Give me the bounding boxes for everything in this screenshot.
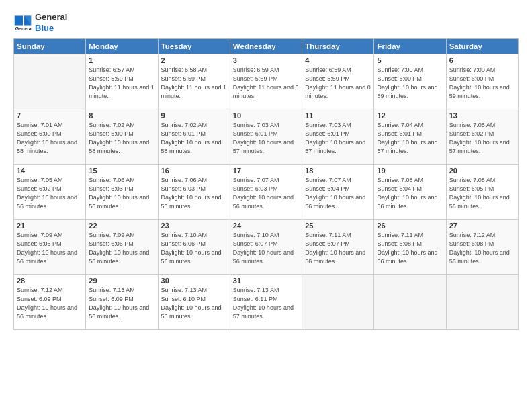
week-row-1: 1 Sunrise: 6:57 AM Sunset: 5:59 PM Dayli… bbox=[14, 54, 519, 109]
svg-text:Blue: Blue bbox=[15, 30, 26, 32]
day-info: Sunrise: 7:02 AM Sunset: 6:01 PM Dayligh… bbox=[161, 121, 227, 156]
day-cell: 23 Sunrise: 7:10 AM Sunset: 6:06 PM Dayl… bbox=[158, 220, 230, 275]
day-info: Sunrise: 7:03 AM Sunset: 6:01 PM Dayligh… bbox=[233, 121, 299, 156]
day-cell: 16 Sunrise: 7:06 AM Sunset: 6:03 PM Dayl… bbox=[158, 165, 230, 220]
day-cell: 2 Sunrise: 6:58 AM Sunset: 5:59 PM Dayli… bbox=[158, 54, 230, 109]
day-cell: 20 Sunrise: 7:08 AM Sunset: 6:05 PM Dayl… bbox=[446, 165, 518, 220]
day-info: Sunrise: 7:13 AM Sunset: 6:09 PM Dayligh… bbox=[89, 286, 154, 321]
day-number: 3 bbox=[233, 56, 299, 64]
day-cell: 19 Sunrise: 7:08 AM Sunset: 6:04 PM Dayl… bbox=[374, 165, 446, 220]
day-info: Sunrise: 7:10 AM Sunset: 6:07 PM Dayligh… bbox=[233, 231, 299, 266]
day-cell: 4 Sunrise: 6:59 AM Sunset: 5:59 PM Dayli… bbox=[302, 54, 374, 109]
day-cell: 25 Sunrise: 7:11 AM Sunset: 6:07 PM Dayl… bbox=[302, 220, 374, 275]
day-info: Sunrise: 7:05 AM Sunset: 6:02 PM Dayligh… bbox=[449, 121, 515, 156]
day-info: Sunrise: 7:07 AM Sunset: 6:04 PM Dayligh… bbox=[305, 176, 371, 211]
logo-text: General Blue bbox=[35, 12, 67, 33]
day-info: Sunrise: 7:07 AM Sunset: 6:03 PM Dayligh… bbox=[233, 176, 299, 211]
col-thursday: Thursday bbox=[302, 39, 374, 54]
day-cell bbox=[374, 275, 446, 330]
header: General Blue General Blue bbox=[13, 12, 519, 33]
day-number: 11 bbox=[305, 111, 371, 120]
day-cell: 26 Sunrise: 7:11 AM Sunset: 6:08 PM Dayl… bbox=[374, 220, 446, 275]
day-info: Sunrise: 7:12 AM Sunset: 6:09 PM Dayligh… bbox=[17, 286, 83, 321]
col-sunday: Sunday bbox=[14, 39, 86, 54]
day-number: 5 bbox=[377, 56, 443, 64]
day-number: 17 bbox=[233, 167, 299, 175]
col-friday: Friday bbox=[374, 39, 446, 54]
day-info: Sunrise: 7:08 AM Sunset: 6:05 PM Dayligh… bbox=[449, 176, 515, 211]
day-number: 13 bbox=[449, 111, 515, 120]
page: General Blue General Blue Sunday Monday … bbox=[0, 0, 532, 411]
day-number: 23 bbox=[161, 222, 227, 230]
day-cell: 21 Sunrise: 7:09 AM Sunset: 6:05 PM Dayl… bbox=[14, 220, 86, 275]
day-cell: 27 Sunrise: 7:12 AM Sunset: 6:08 PM Dayl… bbox=[446, 220, 518, 275]
day-info: Sunrise: 7:03 AM Sunset: 6:01 PM Dayligh… bbox=[305, 121, 371, 156]
day-cell: 13 Sunrise: 7:05 AM Sunset: 6:02 PM Dayl… bbox=[446, 109, 518, 165]
day-info: Sunrise: 7:13 AM Sunset: 6:10 PM Dayligh… bbox=[161, 286, 227, 321]
day-info: Sunrise: 6:57 AM Sunset: 5:59 PM Dayligh… bbox=[89, 66, 154, 101]
day-number: 1 bbox=[89, 56, 154, 64]
day-info: Sunrise: 7:09 AM Sunset: 6:06 PM Dayligh… bbox=[89, 231, 154, 266]
logo: General Blue General Blue bbox=[13, 12, 67, 33]
day-number: 24 bbox=[233, 222, 299, 230]
day-cell: 1 Sunrise: 6:57 AM Sunset: 5:59 PM Dayli… bbox=[86, 54, 158, 109]
day-number: 29 bbox=[89, 277, 154, 285]
week-row-4: 21 Sunrise: 7:09 AM Sunset: 6:05 PM Dayl… bbox=[14, 220, 519, 275]
day-info: Sunrise: 7:13 AM Sunset: 6:11 PM Dayligh… bbox=[233, 286, 299, 321]
day-cell: 24 Sunrise: 7:10 AM Sunset: 6:07 PM Dayl… bbox=[230, 220, 302, 275]
day-number: 12 bbox=[377, 111, 443, 120]
day-number: 7 bbox=[17, 111, 83, 120]
day-info: Sunrise: 7:10 AM Sunset: 6:06 PM Dayligh… bbox=[161, 231, 227, 266]
day-info: Sunrise: 7:11 AM Sunset: 6:07 PM Dayligh… bbox=[305, 231, 371, 266]
day-info: Sunrise: 7:02 AM Sunset: 6:00 PM Dayligh… bbox=[89, 121, 154, 156]
day-number: 30 bbox=[161, 277, 227, 285]
day-number: 27 bbox=[449, 222, 515, 230]
day-number: 2 bbox=[161, 56, 227, 64]
calendar-table: Sunday Monday Tuesday Wednesday Thursday… bbox=[13, 38, 519, 330]
day-number: 8 bbox=[89, 111, 154, 120]
day-info: Sunrise: 6:58 AM Sunset: 5:59 PM Dayligh… bbox=[161, 66, 227, 101]
day-info: Sunrise: 7:11 AM Sunset: 6:08 PM Dayligh… bbox=[377, 231, 443, 266]
day-cell: 5 Sunrise: 7:00 AM Sunset: 6:00 PM Dayli… bbox=[374, 54, 446, 109]
col-tuesday: Tuesday bbox=[158, 39, 230, 54]
day-cell: 22 Sunrise: 7:09 AM Sunset: 6:06 PM Dayl… bbox=[86, 220, 158, 275]
day-number: 28 bbox=[17, 277, 83, 285]
day-info: Sunrise: 7:06 AM Sunset: 6:03 PM Dayligh… bbox=[161, 176, 227, 211]
day-cell: 3 Sunrise: 6:59 AM Sunset: 5:59 PM Dayli… bbox=[230, 54, 302, 109]
day-cell: 6 Sunrise: 7:00 AM Sunset: 6:00 PM Dayli… bbox=[446, 54, 518, 109]
day-cell bbox=[446, 275, 518, 330]
day-info: Sunrise: 7:04 AM Sunset: 6:01 PM Dayligh… bbox=[377, 121, 443, 156]
week-row-2: 7 Sunrise: 7:01 AM Sunset: 6:00 PM Dayli… bbox=[14, 109, 519, 165]
header-row: Sunday Monday Tuesday Wednesday Thursday… bbox=[14, 39, 519, 54]
day-number: 25 bbox=[305, 222, 371, 230]
day-cell bbox=[302, 275, 374, 330]
day-cell bbox=[14, 54, 86, 109]
day-number: 15 bbox=[89, 167, 154, 175]
day-cell: 17 Sunrise: 7:07 AM Sunset: 6:03 PM Dayl… bbox=[230, 165, 302, 220]
day-info: Sunrise: 7:00 AM Sunset: 6:00 PM Dayligh… bbox=[377, 66, 443, 101]
day-cell: 30 Sunrise: 7:13 AM Sunset: 6:10 PM Dayl… bbox=[158, 275, 230, 330]
day-number: 4 bbox=[305, 56, 371, 64]
svg-text:General: General bbox=[15, 26, 32, 30]
day-number: 14 bbox=[17, 167, 83, 175]
day-cell: 7 Sunrise: 7:01 AM Sunset: 6:00 PM Dayli… bbox=[14, 109, 86, 165]
week-row-3: 14 Sunrise: 7:05 AM Sunset: 6:02 PM Dayl… bbox=[14, 165, 519, 220]
day-cell: 12 Sunrise: 7:04 AM Sunset: 6:01 PM Dayl… bbox=[374, 109, 446, 165]
day-info: Sunrise: 7:06 AM Sunset: 6:03 PM Dayligh… bbox=[89, 176, 154, 211]
day-number: 16 bbox=[161, 167, 227, 175]
day-number: 26 bbox=[377, 222, 443, 230]
day-number: 20 bbox=[449, 167, 515, 175]
day-info: Sunrise: 7:08 AM Sunset: 6:04 PM Dayligh… bbox=[377, 176, 443, 211]
day-cell: 18 Sunrise: 7:07 AM Sunset: 6:04 PM Dayl… bbox=[302, 165, 374, 220]
day-cell: 9 Sunrise: 7:02 AM Sunset: 6:01 PM Dayli… bbox=[158, 109, 230, 165]
svg-rect-3 bbox=[15, 15, 23, 25]
week-row-5: 28 Sunrise: 7:12 AM Sunset: 6:09 PM Dayl… bbox=[14, 275, 519, 330]
day-number: 18 bbox=[305, 167, 371, 175]
day-cell: 15 Sunrise: 7:06 AM Sunset: 6:03 PM Dayl… bbox=[86, 165, 158, 220]
day-number: 9 bbox=[161, 111, 227, 120]
day-cell: 31 Sunrise: 7:13 AM Sunset: 6:11 PM Dayl… bbox=[230, 275, 302, 330]
day-number: 22 bbox=[89, 222, 154, 230]
day-number: 10 bbox=[233, 111, 299, 120]
day-cell: 28 Sunrise: 7:12 AM Sunset: 6:09 PM Dayl… bbox=[14, 275, 86, 330]
day-number: 21 bbox=[17, 222, 83, 230]
